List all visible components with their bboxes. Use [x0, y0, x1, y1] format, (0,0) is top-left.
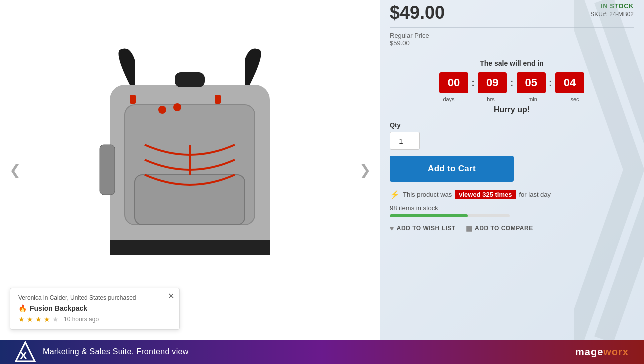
stock-count: 98 [390, 204, 397, 212]
svg-rect-3 [175, 72, 205, 88]
svg-rect-9 [110, 240, 270, 255]
sku-label: SKU#: [590, 11, 608, 18]
stock-row: 98 items in stock [390, 204, 634, 218]
compare-label: ADD TO COMPARE [475, 225, 534, 232]
regular-price-row: Regular Price $59.00 [390, 32, 634, 52]
regular-price-label: Regular Price [390, 32, 430, 40]
sku-row: SKU#: 24-MB02 [590, 11, 634, 18]
add-to-compare-link[interactable]: ▦ ADD TO COMPARE [466, 224, 534, 232]
min-label: min [518, 96, 548, 102]
mageworx-x-logo: X [15, 342, 36, 362]
bottom-bar: X Marketing & Sales Suite. Frontend view… [0, 340, 644, 364]
days-label: days [434, 96, 464, 102]
notification-close-btn[interactable]: ✕ [168, 292, 174, 300]
star-5: ★ [52, 316, 59, 324]
svg-rect-6 [100, 145, 115, 195]
qty-section: Qty [390, 122, 634, 150]
wish-list-label: ADD TO WISH LIST [397, 225, 456, 232]
product-image [60, 40, 320, 300]
star-3: ★ [36, 316, 42, 324]
svg-rect-8 [215, 95, 221, 104]
viewed-badge: viewed 325 times [455, 190, 516, 200]
add-to-wishlist-link[interactable]: ♥ ADD TO WISH LIST [390, 224, 456, 232]
countdown-min: 05 [517, 72, 546, 94]
heart-icon: ♥ [390, 224, 394, 232]
fire-icon: 🔥 [18, 304, 27, 312]
notification-product-name: 🔥 Fusion Backpack [18, 304, 172, 312]
stock-bar-fill [390, 214, 468, 218]
bar-chart-icon: ▦ [466, 224, 473, 232]
viewed-prefix: This product was [403, 191, 452, 198]
countdown-labels: days hrs min sec [390, 96, 634, 102]
viewed-suffix: for last day [520, 191, 552, 198]
stock-label: items in stock [399, 204, 438, 212]
svg-rect-7 [130, 95, 136, 104]
prev-image-arrow[interactable]: ❮ [5, 160, 25, 180]
price-row: $49.00 IN STOCK SKU#: 24-MB02 [390, 0, 634, 28]
sep-2: : [509, 76, 514, 90]
qty-label: Qty [390, 122, 634, 129]
qty-input[interactable] [390, 132, 420, 150]
star-4: ★ [44, 316, 50, 324]
mageworx-logo-text: mageworx [576, 346, 629, 358]
svg-point-5 [174, 104, 182, 112]
svg-rect-2 [135, 175, 245, 225]
sale-countdown: The sale will end in 00 : 09 : 05 : 04 d… [390, 60, 634, 114]
time-ago: 10 hours ago [64, 316, 99, 323]
product-price: $49.00 [390, 2, 445, 24]
stock-bar [390, 214, 510, 218]
mageworx-brand: mageworx [576, 346, 629, 358]
sep-3: : [548, 76, 554, 90]
countdown-sec: 04 [556, 72, 584, 94]
sec-label: sec [560, 96, 590, 102]
countdown-hrs: 09 [478, 72, 507, 94]
star-1: ★ [18, 316, 25, 324]
svg-point-4 [158, 106, 166, 114]
add-to-cart-button[interactable]: Add to Cart [390, 156, 514, 182]
product-image-area: ❮ [0, 0, 380, 340]
regular-price-value: $59.00 [390, 40, 410, 47]
action-links: ♥ ADD TO WISH LIST ▦ ADD TO COMPARE [390, 224, 634, 232]
svg-text:X: X [20, 350, 28, 362]
countdown-days: 00 [440, 72, 468, 94]
purchased-by-text: Veronica in Calder, United States purcha… [18, 294, 172, 302]
viewed-row: ⚡ This product was viewed 325 times for … [390, 190, 634, 200]
sale-label: The sale will end in [390, 60, 634, 68]
star-2: ★ [27, 316, 34, 324]
bottom-left: X Marketing & Sales Suite. Frontend view [15, 342, 189, 362]
in-stock-badge: IN STOCK [590, 2, 634, 10]
countdown-boxes: 00 : 09 : 05 : 04 [390, 72, 634, 94]
next-image-arrow[interactable]: ❯ [355, 160, 375, 180]
purchase-notification: ✕ Veronica in Calder, United States purc… [10, 288, 180, 330]
notification-stars: ★ ★ ★ ★ ★ 10 hours ago [18, 316, 172, 324]
hurry-up-text: Hurry up! [390, 106, 634, 114]
product-detail-area: $49.00 IN STOCK SKU#: 24-MB02 Regular Pr… [380, 0, 644, 340]
hrs-label: hrs [476, 96, 506, 102]
fire-badge-icon: ⚡ [390, 190, 400, 200]
bottom-marketing-text: Marketing & Sales Suite. Frontend view [43, 348, 189, 356]
sku-value: 24-MB02 [610, 11, 634, 18]
sep-1: : [470, 76, 476, 90]
